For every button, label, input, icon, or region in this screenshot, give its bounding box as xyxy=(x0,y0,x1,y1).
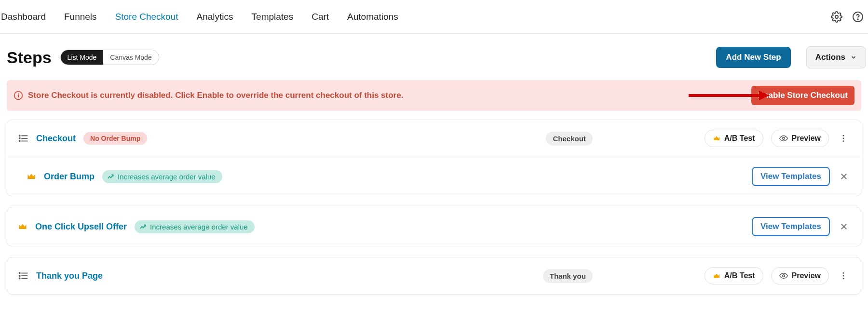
upsell-hint-chip: Increases average order value xyxy=(135,220,255,233)
mode-toggle: List Mode Canvas Mode xyxy=(60,50,159,65)
eye-icon xyxy=(779,271,788,280)
svg-point-2 xyxy=(857,19,858,20)
svg-point-16 xyxy=(843,138,844,139)
order-bump-hint-text: Increases average order value xyxy=(118,173,216,181)
alert-text: Store Checkout is currently disabled. Cl… xyxy=(28,91,751,100)
svg-point-12 xyxy=(19,140,20,141)
canvas-mode-button[interactable]: Canvas Mode xyxy=(103,50,158,65)
svg-point-26 xyxy=(19,278,20,279)
svg-point-0 xyxy=(835,15,838,18)
settings-button[interactable] xyxy=(830,11,843,23)
step-card-checkout: Checkout No Order Bump Checkout A/B Test… xyxy=(7,120,861,196)
close-icon xyxy=(840,172,848,181)
no-order-bump-chip: No Order Bump xyxy=(83,132,147,145)
checkout-link[interactable]: Checkout xyxy=(36,134,76,144)
enable-store-checkout-button[interactable]: Enable Store Checkout xyxy=(751,86,854,105)
svg-point-8 xyxy=(19,135,20,136)
crown-icon xyxy=(713,135,720,142)
step-type-chip: Checkout xyxy=(546,132,592,146)
help-button[interactable] xyxy=(852,11,864,23)
nav-items: Dashboard Funnels Store Checkout Analyti… xyxy=(0,12,398,22)
nav-analytics[interactable]: Analytics xyxy=(197,12,233,22)
crown-icon xyxy=(713,272,720,280)
crown-icon xyxy=(27,172,36,181)
disabled-alert: Store Checkout is currently disabled. Cl… xyxy=(7,80,861,111)
ab-test-button[interactable]: A/B Test xyxy=(705,267,763,284)
order-bump-hint-chip: Increases average order value xyxy=(102,170,222,183)
svg-point-15 xyxy=(843,135,844,136)
thankyou-link[interactable]: Thank you Page xyxy=(36,271,103,281)
view-templates-button[interactable]: View Templates xyxy=(752,217,830,236)
ab-test-label: A/B Test xyxy=(724,134,755,143)
preview-label: Preview xyxy=(792,134,821,143)
nav-funnels[interactable]: Funnels xyxy=(64,12,97,22)
add-new-step-button[interactable]: Add New Step xyxy=(716,47,790,68)
svg-point-29 xyxy=(843,272,844,274)
page-header: Steps List Mode Canvas Mode Add New Step… xyxy=(0,34,868,73)
upsell-link[interactable]: One Click Upsell Offer xyxy=(35,222,127,232)
chart-icon xyxy=(139,223,147,230)
eye-icon xyxy=(779,134,788,143)
thankyou-row: Thank you Page Thank you A/B Test Previe… xyxy=(7,257,861,294)
checkout-row: Checkout No Order Bump Checkout A/B Test… xyxy=(7,120,861,157)
gear-icon xyxy=(831,11,842,23)
crown-icon xyxy=(18,222,27,231)
preview-button[interactable]: Preview xyxy=(771,130,829,147)
info-icon xyxy=(14,91,23,100)
svg-point-17 xyxy=(843,140,844,142)
upsell-hint-text: Increases average order value xyxy=(150,223,248,231)
preview-label: Preview xyxy=(792,271,821,280)
close-button[interactable] xyxy=(838,220,850,233)
list-mode-button[interactable]: List Mode xyxy=(61,50,104,65)
order-bump-row: Order Bump Increases average order value… xyxy=(7,157,861,196)
nav-cart[interactable]: Cart xyxy=(312,12,329,22)
top-nav: Dashboard Funnels Store Checkout Analyti… xyxy=(0,0,868,34)
close-button[interactable] xyxy=(838,170,850,183)
svg-point-31 xyxy=(843,278,844,279)
help-icon xyxy=(852,11,864,23)
list-icon[interactable] xyxy=(18,133,28,144)
page-title: Steps xyxy=(7,48,52,67)
more-vertical-icon xyxy=(839,134,848,143)
order-bump-link[interactable]: Order Bump xyxy=(44,172,95,182)
actions-label: Actions xyxy=(815,53,845,62)
svg-point-14 xyxy=(782,137,785,140)
close-icon xyxy=(840,222,848,231)
svg-point-10 xyxy=(19,138,20,139)
preview-button[interactable]: Preview xyxy=(771,267,829,284)
more-vertical-icon xyxy=(839,271,848,281)
ab-test-label: A/B Test xyxy=(724,271,755,280)
nav-dashboard[interactable]: Dashboard xyxy=(1,12,46,22)
actions-button[interactable]: Actions xyxy=(806,46,866,68)
step-card-upsell: One Click Upsell Offer Increases average… xyxy=(7,207,861,246)
svg-point-30 xyxy=(843,275,844,277)
ab-test-button[interactable]: A/B Test xyxy=(705,130,763,147)
step-type-chip: Thank you xyxy=(543,269,593,283)
nav-store-checkout[interactable]: Store Checkout xyxy=(115,12,178,22)
more-button[interactable] xyxy=(837,269,850,283)
svg-point-24 xyxy=(19,275,20,276)
more-button[interactable] xyxy=(837,132,850,145)
svg-point-22 xyxy=(19,272,20,273)
upsell-row: One Click Upsell Offer Increases average… xyxy=(7,207,861,246)
nav-automations[interactable]: Automations xyxy=(347,12,398,22)
step-card-thankyou: Thank you Page Thank you A/B Test Previe… xyxy=(7,257,861,295)
svg-point-28 xyxy=(782,275,785,277)
nav-templates[interactable]: Templates xyxy=(252,12,294,22)
chevron-down-icon xyxy=(850,54,857,61)
chart-icon xyxy=(107,173,115,180)
view-templates-button[interactable]: View Templates xyxy=(752,167,830,186)
list-icon[interactable] xyxy=(18,270,28,281)
